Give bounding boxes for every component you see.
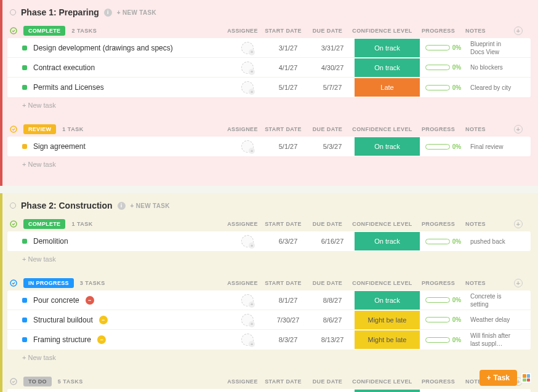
start-date[interactable]: 6/3/27 [266, 238, 310, 245]
task-count: 1 TASK [71, 221, 92, 227]
confidence-badge[interactable]: Late [355, 78, 420, 97]
status-pill[interactable]: TO DO [23, 377, 52, 386]
task-row[interactable]: Design development (drawings and specs) … [7, 38, 531, 58]
progress-cell[interactable]: 0% [420, 316, 467, 323]
start-date[interactable]: 8/3/27 [266, 336, 310, 343]
confidence-badge[interactable]: Might be late [355, 330, 420, 349]
section: COMPLETE 2 TASKS ASSIGNEE START DATE DUE… [7, 23, 531, 113]
task-row[interactable]: Contract execution 4/1/27 4/30/27 On tra… [7, 58, 531, 78]
assignee-avatar[interactable] [241, 334, 254, 346]
assignee-avatar[interactable] [241, 140, 254, 153]
add-column-button[interactable]: + [514, 220, 523, 228]
phase-collapse-icon[interactable] [10, 202, 16, 209]
start-date[interactable]: 5/1/27 [266, 143, 310, 150]
info-icon[interactable]: i [118, 202, 126, 210]
status-pill[interactable]: COMPLETE [23, 219, 65, 229]
section-collapse-icon[interactable] [10, 378, 17, 385]
phase-title: Phase 1: Preparing [21, 7, 99, 17]
phase-new-task-button[interactable]: + NEW TASK [130, 202, 170, 209]
new-task-link[interactable]: + New task [22, 102, 56, 109]
start-date[interactable]: 4/1/27 [266, 64, 310, 71]
confidence-badge[interactable]: On track [355, 232, 420, 250]
phase-collapse-icon[interactable] [10, 9, 16, 15]
task-row[interactable]: Structural buildout − 7/30/27 8/6/27 Mig… [7, 310, 531, 330]
notes-cell[interactable]: Blueprint in Docs View [467, 40, 516, 56]
apps-grid-icon[interactable] [521, 372, 532, 383]
due-date[interactable]: 4/30/27 [310, 64, 355, 71]
section-collapse-icon[interactable] [10, 279, 17, 287]
start-date[interactable]: 8/1/27 [266, 297, 310, 304]
status-pill[interactable]: REVIEW [23, 124, 56, 134]
confidence-badge[interactable]: On track [355, 58, 420, 77]
new-task-fab[interactable]: + Task [480, 370, 517, 386]
assignee-avatar[interactable] [241, 81, 254, 94]
section-collapse-icon[interactable] [10, 220, 17, 228]
add-column-button[interactable]: + [514, 125, 523, 134]
status-pill[interactable]: COMPLETE [23, 26, 65, 36]
new-task-link[interactable]: + New task [22, 161, 56, 168]
due-date[interactable]: 8/6/27 [310, 316, 355, 324]
confidence-badge[interactable]: On track [355, 137, 420, 156]
progress-cell[interactable]: 0% [420, 44, 467, 51]
assignee-avatar[interactable] [241, 314, 254, 326]
col-progress: PROGRESS [415, 28, 462, 34]
progress-cell[interactable]: 0% [420, 238, 467, 245]
assignee-avatar[interactable] [241, 62, 254, 74]
task-row[interactable]: Inspection − 8/9/27 8/14/27 On track 0% … [7, 389, 531, 392]
assignee-avatar[interactable] [241, 294, 254, 306]
add-column-button[interactable]: + [514, 279, 523, 287]
col-due-date: DUE DATE [305, 221, 350, 227]
due-date[interactable]: 5/3/27 [310, 143, 355, 150]
col-due-date: DUE DATE [305, 126, 350, 132]
col-start-date: START DATE [261, 280, 305, 286]
section-collapse-icon[interactable] [10, 27, 17, 34]
progress-cell[interactable]: 0% [420, 84, 467, 91]
due-date[interactable]: 8/8/27 [310, 297, 355, 304]
notes-cell[interactable]: pushed back [467, 238, 516, 246]
confidence-badge[interactable]: On track [355, 39, 420, 57]
notes-cell[interactable]: Final review [467, 143, 516, 151]
col-progress: PROGRESS [415, 126, 462, 132]
start-date[interactable]: 3/1/27 [266, 44, 310, 52]
status-square-icon [22, 298, 27, 303]
phase-new-task-button[interactable]: + NEW TASK [117, 9, 156, 16]
notes-cell[interactable]: No blockers [467, 63, 516, 71]
status-square-icon [22, 337, 27, 342]
confidence-badge[interactable]: On track [355, 390, 420, 392]
info-icon[interactable]: i [104, 9, 112, 17]
start-date[interactable]: 7/30/27 [266, 316, 310, 324]
col-due-date: DUE DATE [305, 28, 350, 34]
due-date[interactable]: 8/13/27 [310, 336, 355, 343]
task-row[interactable]: Pour concrete − 8/1/27 8/8/27 On track 0… [7, 290, 531, 310]
task-row[interactable]: Framing structure − 8/3/27 8/13/27 Might… [7, 330, 531, 350]
start-date[interactable]: 5/1/27 [266, 84, 310, 91]
task-row[interactable]: Permits and Licenses 5/1/27 5/7/27 Late … [7, 78, 531, 97]
due-date[interactable]: 5/7/27 [310, 84, 355, 91]
due-date[interactable]: 6/16/27 [310, 238, 355, 245]
col-notes: NOTES [462, 221, 511, 227]
progress-cell[interactable]: 0% [420, 297, 467, 303]
confidence-badge[interactable]: Might be late [355, 311, 420, 329]
section-collapse-icon[interactable] [10, 126, 17, 133]
task-row[interactable]: Sign agreement 5/1/27 5/3/27 On track 0%… [7, 137, 531, 156]
task-row[interactable]: Demolition 6/3/27 6/16/27 On track 0% pu… [7, 231, 531, 251]
notes-cell[interactable]: Weather delay [467, 316, 516, 324]
new-task-link[interactable]: + New task [22, 354, 56, 361]
due-date[interactable]: 3/31/27 [310, 44, 355, 52]
add-column-button[interactable]: + [514, 26, 523, 35]
assignee-avatar[interactable] [241, 235, 254, 247]
progress-cell[interactable]: 0% [420, 337, 467, 343]
notes-cell[interactable]: Concrete is setting [467, 292, 516, 308]
progress-cell[interactable]: 0% [420, 143, 467, 150]
task-name: Sign agreement [33, 142, 86, 151]
new-task-link[interactable]: + New task [22, 255, 56, 263]
col-progress: PROGRESS [415, 280, 462, 286]
progress-cell[interactable]: 0% [420, 64, 467, 71]
status-pill[interactable]: IN PROGRESS [23, 278, 74, 288]
notes-cell[interactable]: Will finish after last suppl… [467, 332, 516, 348]
confidence-badge[interactable]: On track [355, 291, 420, 310]
assignee-avatar[interactable] [241, 42, 254, 54]
plus-icon: + [487, 374, 491, 382]
notes-cell[interactable]: Cleared by city [467, 84, 516, 92]
task-name: Structural buildout [33, 316, 93, 324]
